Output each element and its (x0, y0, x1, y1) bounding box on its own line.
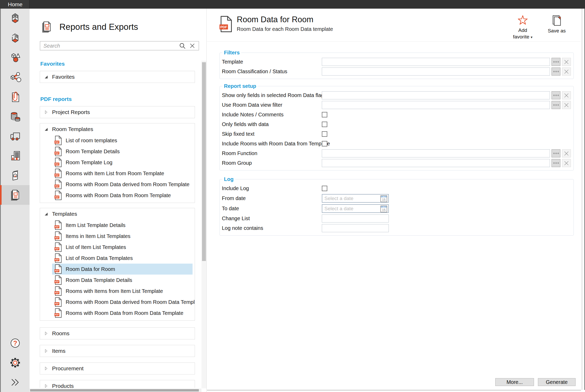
change-list-input[interactable] (322, 214, 389, 223)
group-header-rooms[interactable]: Rooms (40, 328, 195, 339)
tree-item[interactable]: Item List Template Details (52, 220, 193, 231)
tree-item[interactable]: Room Template Log (52, 157, 193, 168)
sidebar-item-logistics[interactable] (1, 126, 30, 146)
from-date-input[interactable]: Select a date (322, 194, 389, 203)
tree-item[interactable]: Rooms with Room Data derived from Room T… (52, 179, 193, 190)
panel-title: Reports and Exports (59, 22, 138, 32)
tree-item[interactable]: List of Room Data Templates (52, 253, 193, 264)
room-data-flags-lookup-button[interactable] (552, 91, 560, 99)
sidebar-item-items[interactable] (1, 48, 30, 67)
tree-item[interactable]: Rooms with Room Data from Room Template (52, 190, 193, 201)
group-label: Items (52, 348, 65, 354)
collapse-rail-button[interactable] (1, 372, 30, 392)
expanded-triangle-icon (44, 212, 48, 216)
room-classification-lookup-button[interactable] (552, 67, 560, 76)
save-as-button[interactable]: Save as (544, 15, 569, 34)
room-function-lookup-button[interactable] (552, 149, 560, 157)
report-detail-panel: Room Data for Room Room Data for each Ro… (207, 9, 585, 392)
pdf-file-icon (54, 242, 62, 252)
tree-group-project-reports: Project Reports (40, 106, 195, 118)
room-classification-input[interactable] (322, 67, 550, 76)
group-header-project-reports[interactable]: Project Reports (40, 106, 195, 118)
template-lookup-button[interactable] (552, 58, 560, 66)
tree-item-selected[interactable]: Room Data for Room (52, 264, 193, 275)
home-tab[interactable]: Home (0, 0, 30, 9)
tree-group-room-templates: Room Templates List of room templates Ro… (40, 123, 195, 203)
add-favorite-button[interactable]: Add favorite ▾ (510, 15, 535, 40)
room-group-clear-button[interactable] (562, 159, 571, 167)
report-form: Filters Template Room Classification / S… (220, 50, 574, 236)
include-notes-checkbox[interactable] (322, 112, 327, 117)
room-data-flags-input[interactable] (322, 91, 550, 99)
group-header-items[interactable]: Items (40, 345, 195, 357)
generate-button[interactable]: Generate (538, 378, 576, 386)
sidebar-item-products-book[interactable] (1, 166, 30, 185)
view-filter-lookup-button[interactable] (552, 101, 560, 109)
caret-down-icon: ▾ (531, 35, 532, 39)
room-function-input[interactable] (322, 149, 550, 157)
tree-item[interactable]: Items in Item List Templates (52, 231, 193, 242)
calendar-icon[interactable] (380, 195, 387, 202)
sidebar-item-room-templates[interactable] (1, 28, 30, 48)
group-header-procurement[interactable]: Procurement (40, 363, 195, 374)
tree-item[interactable]: Room Data Template Details (52, 275, 193, 286)
tree-item[interactable]: List of room templates (52, 135, 193, 146)
log-section: Log Include Log From date Select a date (220, 176, 574, 236)
room-classification-clear-button[interactable] (562, 67, 571, 76)
tree-vertical-scrollbar-thumb[interactable] (202, 62, 206, 261)
building-icon (9, 150, 21, 162)
template-clear-button[interactable] (562, 58, 571, 66)
group-header-favorites[interactable]: Favorites (40, 71, 195, 83)
room-data-flags-clear-button[interactable] (562, 91, 571, 99)
sidebar-item-reports[interactable] (1, 185, 30, 205)
collapsed-triangle-icon (44, 110, 48, 114)
systems-icon (9, 71, 21, 84)
settings-button[interactable] (1, 353, 30, 372)
section-heading-favorites: Favorites (40, 61, 195, 67)
room-group-input[interactable] (322, 159, 550, 167)
star-icon (517, 15, 529, 26)
group-header-templates[interactable]: Templates (40, 208, 195, 220)
view-filter-clear-button[interactable] (562, 101, 571, 109)
room-function-label: Room Function (222, 150, 322, 156)
room-function-clear-button[interactable] (562, 149, 571, 157)
tree-item[interactable]: Rooms with Room Data derived from Room D… (52, 297, 193, 308)
search-input[interactable] (40, 43, 179, 49)
pdf-file-icon (54, 253, 62, 263)
tree-item[interactable]: Room Template Details (52, 146, 193, 157)
skip-fixed-text-checkbox[interactable] (322, 131, 327, 137)
tree-item[interactable]: Rooms with Item List from Room Template (52, 168, 193, 179)
search-clear-icon[interactable] (189, 43, 195, 49)
view-filter-input[interactable] (322, 101, 550, 109)
tree-horizontal-scrollbar-thumb[interactable] (30, 389, 199, 391)
pdf-file-icon (54, 136, 62, 145)
main-vertical-scrollbar[interactable] (582, 9, 585, 390)
more-button[interactable]: More... (495, 378, 534, 386)
only-fields-with-data-checkbox[interactable] (322, 122, 327, 127)
calendar-icon[interactable] (380, 205, 387, 212)
group-header-room-templates[interactable]: Room Templates (40, 123, 195, 135)
filters-legend: Filters (222, 50, 241, 56)
sidebar-item-rooms[interactable] (1, 9, 30, 28)
double-chevron-right-icon (10, 377, 20, 388)
sidebar-item-systems[interactable] (1, 67, 30, 87)
clear-x-icon (564, 161, 569, 166)
tree-item[interactable]: List of Item List Templates (52, 242, 193, 253)
to-date-input[interactable]: Select a date (322, 204, 389, 213)
tree-group-products: Products (40, 380, 195, 388)
sidebar-item-room-data[interactable] (1, 107, 30, 126)
log-note-input[interactable] (322, 224, 389, 232)
template-input[interactable] (322, 58, 550, 66)
room-group-lookup-button[interactable] (552, 159, 560, 167)
tree-item[interactable]: Rooms with Room Data from Room Data Temp… (52, 308, 193, 319)
sidebar-item-attachments[interactable] (1, 87, 30, 107)
include-rooms-from-template-checkbox[interactable] (322, 141, 327, 146)
include-log-checkbox[interactable] (322, 186, 327, 191)
group-label: Favorites (52, 74, 75, 80)
tree-group-items: Items (40, 345, 195, 357)
group-header-products[interactable]: Products (40, 380, 195, 388)
help-button[interactable]: ? (1, 333, 30, 353)
tree-item[interactable]: Rooms with Items from Item List Template (52, 286, 193, 297)
sidebar-item-buildings[interactable] (1, 146, 30, 166)
pdf-file-icon (54, 191, 62, 200)
